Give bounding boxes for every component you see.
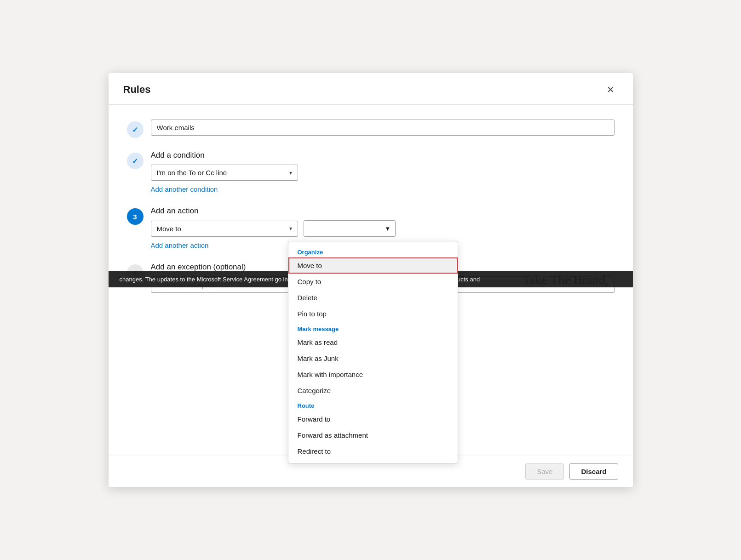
folder-select[interactable]: ▾: [304, 220, 396, 237]
dropdown-item-mark-as-read[interactable]: Mark as read: [288, 334, 458, 350]
dropdown-item-copy-to[interactable]: Copy to: [288, 274, 458, 290]
step-1-content: [151, 120, 615, 136]
route-category-label: Route: [288, 399, 458, 411]
dropdown-item-redirect-to[interactable]: Redirect to: [288, 443, 458, 459]
add-condition-link[interactable]: Add another condition: [151, 185, 218, 193]
action-chevron-icon: ▾: [289, 225, 292, 232]
step-2-label: Add a condition: [151, 151, 615, 160]
rules-dialog: Rules ✕ ✓ ✓ Add a condition I'm on the T…: [109, 73, 633, 487]
mark-message-category-label: Mark message: [288, 322, 458, 334]
step-2-circle: ✓: [127, 153, 144, 169]
condition-chevron-icon: ▾: [289, 170, 292, 176]
step-3-label: Add an action: [151, 206, 615, 216]
condition-select[interactable]: I'm on the To or Cc line ▾: [151, 165, 298, 181]
action-value: Move to: [157, 225, 181, 233]
dropdown-item-pin-to-top[interactable]: Pin to top: [288, 306, 458, 322]
action-dropdown-menu: Organize Move to Copy to Delete Pin to t…: [288, 241, 458, 463]
close-button[interactable]: ✕: [603, 82, 618, 97]
dropdown-item-move-to[interactable]: Move to: [288, 257, 458, 274]
save-button: Save: [525, 463, 564, 480]
step-3-number: 3: [133, 213, 137, 221]
dialog-body: ✓ ✓ Add a condition I'm on the To or Cc …: [109, 105, 633, 317]
check-icon: ✓: [132, 126, 138, 134]
dropdown-item-forward-as-attachment[interactable]: Forward as attachment: [288, 427, 458, 443]
step-2-row: ✓ Add a condition I'm on the To or Cc li…: [127, 151, 615, 194]
step-1-circle: ✓: [127, 121, 144, 138]
step-2-select-row: I'm on the To or Cc line ▾: [151, 165, 615, 181]
step-3-circle: 3: [127, 208, 144, 225]
rule-name-input[interactable]: [151, 120, 615, 136]
dropdown-item-forward-to[interactable]: Forward to: [288, 411, 458, 427]
dropdown-item-categorize[interactable]: Categorize: [288, 383, 458, 399]
organize-category-label: Organize: [288, 245, 458, 257]
dropdown-item-mark-as-junk[interactable]: Mark as Junk: [288, 350, 458, 366]
step-1-row: ✓: [127, 120, 615, 138]
discard-button[interactable]: Discard: [569, 463, 618, 480]
condition-value: I'm on the To or Cc line: [157, 169, 227, 177]
dialog-header: Rules ✕: [109, 73, 633, 105]
step-3-select-row: Move to ▾ ▾: [151, 220, 615, 237]
step-2-content: Add a condition I'm on the To or Cc line…: [151, 151, 615, 194]
dropdown-item-delete[interactable]: Delete: [288, 290, 458, 306]
folder-chevron-icon: ▾: [386, 224, 390, 233]
check-icon-2: ✓: [132, 157, 138, 166]
dropdown-item-mark-with-importance[interactable]: Mark with importance: [288, 366, 458, 383]
dialog-title: Rules: [123, 84, 151, 96]
add-action-link[interactable]: Add another action: [151, 241, 209, 249]
action-select[interactable]: Move to ▾: [151, 221, 298, 237]
